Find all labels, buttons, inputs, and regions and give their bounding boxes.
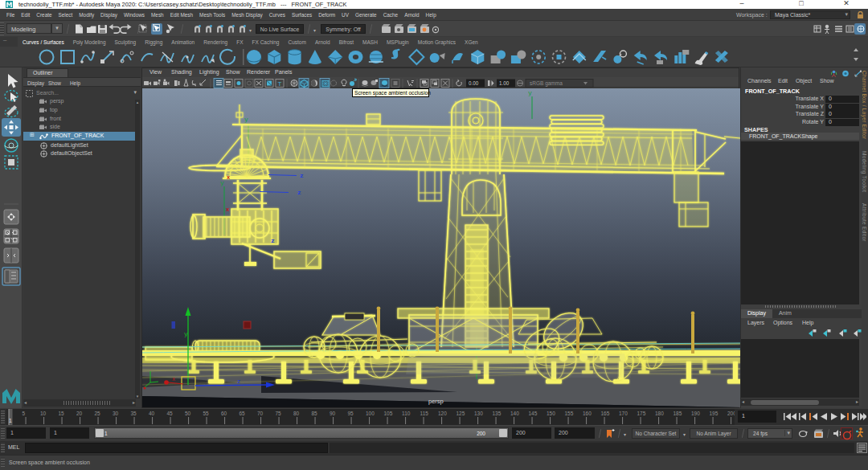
svg-text:x: x [172, 376, 175, 382]
svg-text:85: 85 [312, 411, 318, 416]
svg-text:y: y [220, 179, 224, 186]
svg-text:125: 125 [457, 411, 465, 416]
svg-text:185: 185 [674, 411, 682, 416]
svg-text:105: 105 [384, 411, 393, 416]
svg-text:65: 65 [240, 411, 246, 416]
svg-text:180: 180 [655, 411, 664, 416]
svg-text:190: 190 [691, 411, 700, 416]
svg-text:75: 75 [276, 411, 282, 416]
svg-text:165: 165 [601, 411, 610, 416]
svg-text:z: z [271, 237, 275, 244]
svg-text:95: 95 [348, 411, 354, 416]
svg-text:160: 160 [583, 411, 592, 416]
svg-text:y: y [244, 116, 248, 123]
svg-text:y: y [184, 330, 188, 337]
svg-text:115: 115 [420, 411, 429, 416]
svg-text:70: 70 [257, 411, 264, 416]
svg-text:60: 60 [221, 411, 227, 416]
svg-text:80: 80 [293, 411, 300, 416]
svg-text:200: 200 [727, 411, 735, 416]
svg-text:z: z [300, 172, 304, 179]
svg-text:35: 35 [131, 411, 137, 416]
svg-text:45: 45 [167, 411, 174, 416]
svg-text:140: 140 [510, 411, 519, 416]
svg-text:sRGB gamma: sRGB gamma [530, 80, 563, 87]
svg-text:50: 50 [185, 411, 191, 416]
svg-text:0.00: 0.00 [469, 80, 479, 86]
svg-text:40: 40 [149, 411, 155, 416]
svg-text:55: 55 [203, 411, 210, 416]
svg-text:persp: persp [428, 398, 444, 405]
svg-text:110: 110 [402, 411, 411, 416]
svg-text:90: 90 [330, 411, 336, 416]
svg-text:195: 195 [710, 411, 719, 416]
svg-text:150: 150 [547, 411, 555, 416]
svg-text:135: 135 [493, 411, 502, 416]
svg-text:155: 155 [565, 411, 574, 416]
svg-text:10: 10 [40, 411, 47, 416]
svg-text:30: 30 [113, 411, 119, 416]
svg-text:20: 20 [76, 411, 83, 416]
svg-text:z: z [297, 189, 301, 196]
svg-text:100: 100 [366, 411, 375, 416]
svg-text:170: 170 [619, 411, 628, 416]
svg-text:145: 145 [529, 411, 538, 416]
svg-text:5: 5 [23, 411, 26, 416]
svg-text:z: z [237, 378, 240, 385]
svg-text:25: 25 [95, 411, 101, 416]
svg-text:120: 120 [438, 411, 447, 416]
svg-text:1.00: 1.00 [499, 80, 510, 86]
svg-text:T: T [278, 80, 282, 88]
svg-text:y: y [528, 89, 532, 96]
svg-text:175: 175 [637, 411, 646, 416]
svg-text:1: 1 [9, 418, 12, 423]
svg-text:130: 130 [474, 411, 483, 416]
svg-text:15: 15 [59, 411, 65, 416]
